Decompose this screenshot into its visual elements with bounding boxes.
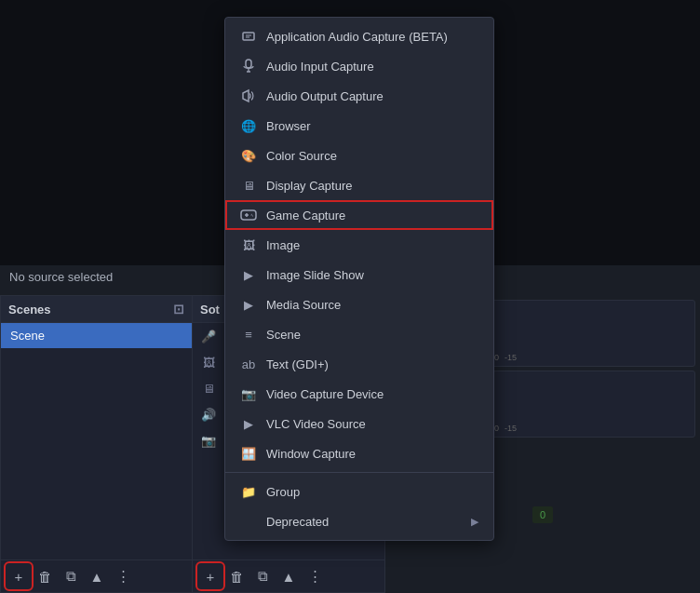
- image-icon: 🖼: [200, 354, 217, 371]
- menu-item-text-gdi-label: Text (GDI+): [266, 357, 329, 371]
- svg-rect-1: [246, 60, 251, 68]
- no-source-label: No source selected: [9, 270, 113, 284]
- display-capture-icon: 🖥: [240, 177, 257, 194]
- video-capture-icon: 📷: [240, 385, 257, 402]
- scenes-panel-icon[interactable]: ⊡: [173, 302, 184, 317]
- sources-more-button[interactable]: ⋮: [303, 564, 327, 588]
- menu-item-window-capture-label: Window Capture: [266, 447, 356, 461]
- game-capture-icon: [240, 207, 257, 223]
- menu-item-color-source[interactable]: 🎨Color Source: [225, 141, 493, 170]
- vlc-video-icon: ▶: [240, 415, 257, 432]
- scenes-add-button[interactable]: +: [7, 564, 31, 588]
- sources-toolbar: + 🗑 ⧉ ▲ ⋮: [193, 559, 384, 592]
- display-icon: 🖥: [200, 380, 217, 397]
- scene-list: Scene: [1, 323, 192, 559]
- scenes-panel: Scenes ⊡ Scene + 🗑 ⧉ ▲ ⋮: [0, 295, 193, 593]
- menu-item-scene[interactable]: ≡Scene: [225, 319, 493, 349]
- menu-item-image-slide-show-label: Image Slide Show: [266, 268, 364, 282]
- sources-remove-button[interactable]: 🗑: [224, 564, 249, 588]
- text-gdi-icon: ab: [240, 356, 257, 372]
- mic-icon: 🎤: [200, 328, 217, 344]
- group-icon: 📁: [240, 483, 257, 500]
- menu-item-group-label: Group: [266, 485, 300, 499]
- audio-input-capture-icon: [240, 58, 257, 74]
- sources-up-button[interactable]: ▲: [276, 564, 301, 588]
- menu-item-display-capture-label: Display Capture: [266, 179, 353, 193]
- menu-item-video-capture[interactable]: 📷Video Capture Device: [225, 379, 493, 409]
- menu-item-group[interactable]: 📁Group: [225, 477, 493, 506]
- menu-item-audio-output-capture[interactable]: Audio Output Capture: [225, 81, 493, 111]
- audio-level-indicator: 0: [532, 506, 553, 523]
- audio-output-capture-icon: [240, 88, 257, 104]
- sources-copy-button[interactable]: ⧉: [250, 564, 275, 588]
- menu-item-vlc-video[interactable]: ▶VLC Video Source: [225, 409, 493, 438]
- scene-item[interactable]: Scene: [1, 323, 192, 348]
- menu-item-deprecated[interactable]: Deprecated▶: [225, 506, 493, 536]
- media-source-icon: ▶: [240, 296, 257, 313]
- menu-item-app-audio-capture[interactable]: Application Audio Capture (BETA): [225, 21, 493, 51]
- audio-icon: 🔊: [200, 406, 217, 423]
- menu-item-display-capture[interactable]: 🖥Display Capture: [225, 170, 493, 200]
- svg-point-4: [251, 215, 252, 216]
- menu-item-media-source[interactable]: ▶Media Source: [225, 290, 493, 319]
- menu-item-color-source-label: Color Source: [266, 149, 337, 163]
- menu-item-scene-label: Scene: [266, 328, 301, 342]
- window-capture-icon: 🪟: [240, 445, 257, 462]
- svg-marker-2: [243, 90, 249, 101]
- browser-icon: 🌐: [240, 117, 257, 134]
- menu-item-deprecated-label: Deprecated: [266, 515, 329, 529]
- menu-item-game-capture-label: Game Capture: [266, 209, 345, 222]
- sources-add-button[interactable]: +: [198, 564, 222, 588]
- menu-item-audio-input-capture[interactable]: Audio Input Capture: [225, 51, 493, 81]
- menu-item-vlc-video-label: VLC Video Source: [266, 417, 366, 431]
- scenes-panel-header: Scenes ⊡: [1, 296, 192, 323]
- menu-item-browser[interactable]: 🌐Browser: [225, 111, 493, 141]
- menu-item-audio-input-capture-label: Audio Input Capture: [266, 60, 374, 74]
- scene-icon: ≡: [240, 326, 257, 343]
- menu-item-image[interactable]: 🖼Image: [225, 230, 493, 260]
- submenu-arrow-icon: ▶: [471, 516, 478, 528]
- image-slide-show-icon: ▶: [240, 266, 257, 283]
- scenes-more-button[interactable]: ⋮: [111, 564, 135, 588]
- menu-item-media-source-label: Media Source: [266, 298, 341, 312]
- menu-item-image-slide-show[interactable]: ▶Image Slide Show: [225, 260, 493, 290]
- scenes-remove-button[interactable]: 🗑: [33, 564, 57, 588]
- scenes-toolbar: + 🗑 ⧉ ▲ ⋮: [1, 559, 192, 592]
- scenes-title: Scenes: [8, 303, 51, 317]
- menu-item-video-capture-label: Video Capture Device: [266, 387, 384, 401]
- menu-item-game-capture[interactable]: Game Capture: [225, 200, 493, 230]
- scenes-up-button[interactable]: ▲: [85, 564, 109, 588]
- sources-title: Sot: [200, 303, 220, 317]
- menu-item-window-capture[interactable]: 🪟Window Capture: [225, 438, 493, 468]
- image-icon: 🖼: [240, 236, 257, 253]
- app-audio-capture-icon: [240, 28, 257, 45]
- menu-item-app-audio-capture-label: Application Audio Capture (BETA): [266, 30, 448, 44]
- menu-item-audio-output-capture-label: Audio Output Capture: [266, 89, 384, 103]
- context-menu: Application Audio Capture (BETA)Audio In…: [224, 17, 494, 541]
- svg-rect-0: [243, 33, 254, 40]
- deprecated-icon: [240, 513, 257, 530]
- color-source-icon: 🎨: [240, 147, 257, 164]
- camera-icon: 📷: [200, 432, 217, 449]
- scenes-copy-button[interactable]: ⧉: [59, 564, 83, 588]
- menu-item-browser-label: Browser: [266, 119, 311, 133]
- menu-item-image-label: Image: [266, 238, 300, 252]
- menu-item-text-gdi[interactable]: abText (GDI+): [225, 349, 493, 379]
